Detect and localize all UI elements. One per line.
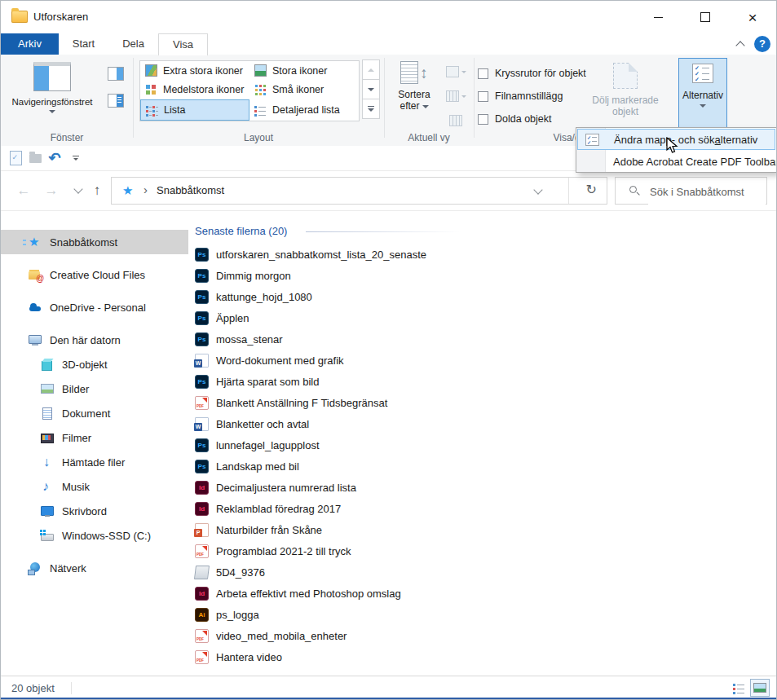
- file-row[interactable]: Decimaljustera numrerad lista: [195, 477, 766, 498]
- gallery-scroll-down-button[interactable]: [362, 79, 380, 99]
- checkbox-hidden-items[interactable]: Dolda objekt: [478, 111, 552, 127]
- layout-option-selected[interactable]: Lista: [140, 99, 249, 121]
- search-input[interactable]: [648, 178, 766, 205]
- details-pane-button[interactable]: [104, 89, 128, 112]
- customize-toolbar-icon: [73, 156, 79, 161]
- group-header-rule: [306, 231, 461, 232]
- qat-new-folder-button[interactable]: [25, 149, 45, 167]
- group-divider: [474, 58, 475, 138]
- pdf-icon: [195, 396, 209, 410]
- files-group-header[interactable]: Senaste filerna (20): [195, 225, 287, 237]
- file-row[interactable]: lunnefagel_lagupplost: [195, 434, 766, 456]
- sidebar-item[interactable]: Snabbåtkomst: [1, 230, 188, 254]
- photoshop-icon: [195, 269, 209, 283]
- qat-customize-button[interactable]: [66, 149, 86, 167]
- add-columns-button[interactable]: [441, 86, 470, 107]
- address-bar[interactable]: ★ › Snabbåtkomst ↻: [111, 177, 607, 205]
- tab-start[interactable]: Start: [59, 33, 108, 55]
- back-button[interactable]: ←: [13, 181, 34, 200]
- sidebar-item[interactable]: OneDrive - Personal: [1, 295, 188, 319]
- forward-button[interactable]: →: [41, 181, 62, 200]
- medium-icons-icon: [145, 84, 157, 96]
- desktop-icon: [40, 504, 55, 518]
- help-button[interactable]: ?: [754, 36, 770, 52]
- sidebar-item[interactable]: Hämtade filer: [1, 450, 188, 474]
- chevron-down-icon: [73, 184, 82, 193]
- file-row[interactable]: Blanketter och avtal: [195, 413, 766, 434]
- size-columns-button[interactable]: [441, 110, 470, 131]
- triangle-up-icon: [368, 68, 374, 72]
- ribbon-tab-row: Arkiv Start Dela Visa ?: [1, 33, 776, 55]
- file-row[interactable]: ps_logga: [195, 604, 766, 625]
- sort-by-button[interactable]: ↕ Sortera efter: [390, 58, 439, 138]
- ribbon-collapse-button[interactable]: [734, 39, 747, 51]
- minimize-button[interactable]: [634, 1, 682, 33]
- sort-by-icon: [400, 61, 418, 84]
- file-row[interactable]: Hantera video: [195, 646, 766, 667]
- qat-properties-button[interactable]: [6, 149, 25, 167]
- file-row[interactable]: video_med_mobila_enheter: [195, 625, 766, 646]
- file-row[interactable]: Hjärta sparat som bild: [195, 371, 766, 392]
- breadcrumb-chevron-icon[interactable]: ›: [143, 183, 148, 196]
- group-by-button[interactable]: [441, 61, 470, 82]
- tab-share[interactable]: Dela: [108, 33, 158, 55]
- tab-file[interactable]: Arkiv: [1, 33, 59, 55]
- file-row[interactable]: Word-dokument med grafik: [195, 350, 766, 371]
- checkbox-icon: [478, 91, 488, 102]
- close-button[interactable]: ×: [729, 1, 776, 33]
- onedrive-icon: [28, 300, 42, 315]
- file-row[interactable]: Naturbilder från Skåne: [195, 519, 766, 540]
- address-dropdown-button[interactable]: [535, 187, 546, 196]
- status-thumbnail-view-button[interactable]: [750, 679, 770, 697]
- this-pc-icon: [28, 332, 42, 347]
- file-row[interactable]: Reklamblad föredrag 2017: [195, 498, 766, 519]
- chevron-down-icon: [49, 110, 55, 113]
- qat-undo-button[interactable]: ↶: [45, 149, 64, 167]
- checkbox-file-extensions[interactable]: Filnamnstillägg: [478, 88, 563, 104]
- sidebar-item[interactable]: Filmer: [1, 425, 188, 450]
- triangle-down-icon: [368, 108, 374, 112]
- file-row[interactable]: kattunge_hojd_1080: [195, 286, 766, 307]
- file-row[interactable]: Blankett Anställning F Tidsbegränsat: [195, 392, 766, 413]
- sidebar-item[interactable]: Creative Cloud Files: [1, 262, 188, 287]
- breadcrumb-root[interactable]: Snabbåtkomst: [157, 184, 224, 196]
- checkbox-item-checkboxes[interactable]: Kryssrutor för objekt: [478, 65, 586, 81]
- options-icon: [692, 64, 713, 83]
- file-row[interactable]: Dimmig morgon: [195, 265, 766, 286]
- sidebar-item[interactable]: 3D-objekt: [1, 352, 188, 376]
- layout-option[interactable]: Extra stora ikoner: [140, 61, 249, 81]
- file-row[interactable]: utforskaren_snabbatkomst_lista_20_senast…: [195, 244, 766, 265]
- file-row[interactable]: Arbeta effektivt med Photoshop omslag: [195, 583, 766, 604]
- sidebar-item[interactable]: Den här datorn: [1, 328, 188, 352]
- layout-option[interactable]: Medelstora ikoner: [140, 81, 249, 100]
- small-icons-icon: [254, 84, 267, 96]
- sidebar-item[interactable]: Bilder: [1, 376, 188, 401]
- layout-option[interactable]: Detaljerad lista: [249, 99, 359, 121]
- sidebar-item[interactable]: Musik: [1, 474, 188, 499]
- gallery-scroll-up-button[interactable]: [362, 59, 380, 80]
- status-details-view-button[interactable]: [729, 679, 748, 697]
- file-row[interactable]: 5D4_9376: [195, 561, 766, 583]
- size-columns-icon: [449, 115, 462, 126]
- maximize-button[interactable]: [682, 1, 729, 33]
- sidebar-item[interactable]: Nätverk: [1, 556, 188, 580]
- layout-option[interactable]: Stora ikoner: [249, 61, 359, 81]
- up-button[interactable]: ↑: [86, 181, 108, 200]
- navigation-pane-button[interactable]: Navigeringsfönstret: [6, 58, 99, 138]
- gallery-more-button[interactable]: [362, 99, 380, 119]
- file-row[interactable]: Programblad 2021-2 till tryck: [195, 540, 766, 561]
- tab-view[interactable]: Visa: [158, 33, 208, 55]
- refresh-button[interactable]: ↻: [586, 182, 597, 197]
- file-row[interactable]: mossa_stenar: [195, 328, 766, 350]
- options-button[interactable]: Alternativ: [678, 58, 727, 128]
- layout-option[interactable]: Små ikoner: [249, 81, 359, 100]
- sidebar-item[interactable]: Windows-SSD (C:): [1, 523, 188, 548]
- sidebar-item[interactable]: Skrivbord: [1, 499, 188, 523]
- preview-pane-button[interactable]: [104, 62, 128, 85]
- file-row[interactable]: Äpplen: [195, 307, 766, 328]
- photoshop-icon: [195, 332, 209, 346]
- sidebar-item[interactable]: Dokument: [1, 401, 188, 425]
- group-divider: [384, 58, 385, 138]
- file-row[interactable]: Landskap med bil: [195, 456, 766, 477]
- creative-cloud-icon: [28, 267, 42, 282]
